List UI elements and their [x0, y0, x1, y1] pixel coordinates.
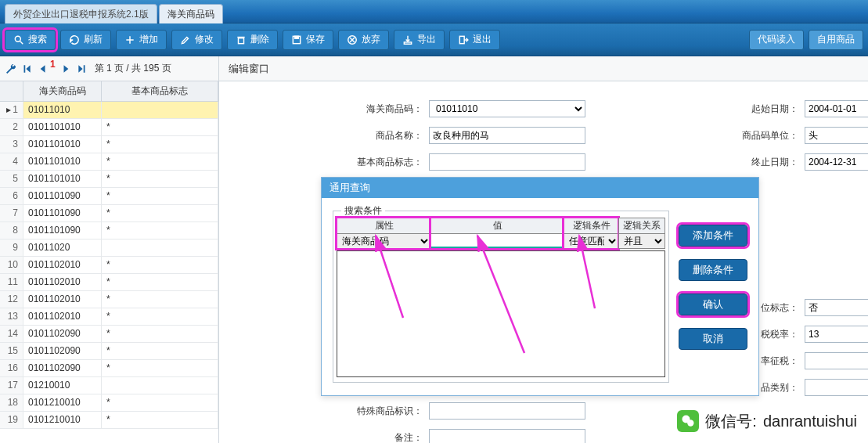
wechat-id: danrantuishui: [763, 412, 857, 430]
pager: 1 第 1 页 / 共 195 页: [0, 56, 219, 81]
table-row[interactable]: 110101102010*: [0, 274, 218, 291]
prev-page-icon[interactable]: [36, 63, 49, 75]
general-query-dialog: 通用查询 搜索条件 属性 海关商品码 值 逻辑条件 任意匹配: [321, 177, 759, 396]
add-condition-button[interactable]: 添加条件: [679, 225, 747, 247]
trash-icon: [236, 34, 247, 45]
table-row[interactable]: 40101101010*: [0, 153, 218, 171]
input-unit[interactable]: [805, 127, 868, 144]
table-row[interactable]: 60101101090*: [0, 188, 218, 205]
own-goods-button[interactable]: 自用商品: [809, 30, 863, 50]
discard-button[interactable]: 放弃: [338, 30, 389, 50]
cancel-icon: [347, 34, 358, 45]
cell-hscode: 0101102090: [23, 343, 102, 359]
row-number: 11: [0, 274, 23, 290]
delete-condition-button[interactable]: 删除条件: [679, 259, 747, 281]
input-start-date[interactable]: [805, 100, 868, 117]
cell-hscode: 01011010: [23, 102, 102, 118]
exit-icon: [458, 34, 469, 45]
input-special[interactable]: [429, 402, 585, 420]
last-page-icon[interactable]: [76, 63, 88, 75]
export-button[interactable]: 导出: [394, 30, 445, 50]
label-rate-levy: 率征税：: [756, 355, 798, 368]
input-tax-rate[interactable]: [805, 326, 868, 343]
row-number: 2: [0, 119, 23, 135]
cell-flag: *: [102, 360, 218, 376]
cond-attr-cell: 属性 海关商品码: [337, 218, 430, 249]
cell-flag: *: [102, 171, 218, 187]
col-hscode[interactable]: 海关商品码: [23, 81, 102, 101]
table-row[interactable]: 901011020: [0, 240, 218, 257]
cell-hscode: 01011020: [23, 240, 102, 256]
search-button[interactable]: 搜索: [5, 30, 56, 50]
input-end-date[interactable]: [805, 153, 868, 171]
input-hscode[interactable]: 01011010: [429, 100, 585, 117]
table-row[interactable]: 100101102010*: [0, 257, 218, 274]
input-cat[interactable]: [805, 379, 868, 396]
cond-logic-rel-select[interactable]: 并且: [619, 234, 665, 248]
cond-value-header: 值: [431, 218, 564, 234]
table-row[interactable]: 1701210010: [0, 377, 218, 394]
input-flag[interactable]: [429, 153, 585, 171]
cell-hscode: 01210010: [23, 377, 102, 394]
next-page-icon[interactable]: [60, 63, 73, 75]
refresh-button[interactable]: 刷新: [60, 30, 111, 50]
svg-point-17: [688, 420, 694, 426]
wrench-icon[interactable]: [5, 63, 17, 75]
cell-hscode: 0101101090: [23, 205, 102, 222]
cell-hscode: 0101101090: [23, 222, 102, 239]
cond-value-input[interactable]: [431, 234, 564, 248]
input-remark[interactable]: [429, 429, 585, 443]
cell-flag: [102, 102, 218, 118]
col-flag[interactable]: 基本商品标志: [102, 81, 218, 101]
table-row[interactable]: 160101102090*: [0, 360, 218, 377]
confirm-button[interactable]: 确认: [679, 294, 747, 315]
cond-logic-cond-select[interactable]: 任意匹配: [564, 234, 618, 248]
input-name[interactable]: [429, 127, 585, 144]
cell-hscode: 0101101010: [23, 119, 102, 135]
label-end-date: 终止日期：: [720, 156, 798, 169]
table-row[interactable]: 120101102010*: [0, 291, 218, 308]
code-import-button[interactable]: 代码读入: [749, 30, 804, 50]
table-row[interactable]: 80101101090*: [0, 222, 218, 240]
wechat-watermark: 微信号: danrantuishui: [677, 410, 857, 432]
cell-flag: *: [102, 222, 218, 239]
cancel-dialog-button[interactable]: 取消: [679, 328, 747, 350]
refresh-icon: [69, 34, 80, 45]
tab-hscode[interactable]: 海关商品码: [159, 4, 223, 23]
add-button[interactable]: 增加: [116, 30, 167, 50]
cell-hscode: 0101101090: [23, 188, 102, 204]
table-row[interactable]: 50101101010*: [0, 171, 218, 188]
cell-flag: [102, 240, 218, 256]
table-row[interactable]: 70101101090*: [0, 205, 218, 222]
label-special: 特殊商品标识：: [344, 405, 423, 418]
table-row[interactable]: 190101210010*: [0, 412, 218, 429]
table-row[interactable]: 180101210010*: [0, 394, 218, 412]
cond-attr-header: 属性: [337, 218, 430, 234]
label-loc-flag: 位标志：: [756, 301, 798, 315]
row-number: 10: [0, 257, 23, 273]
cell-flag: *: [102, 136, 218, 153]
table-row[interactable]: 150101102090*: [0, 343, 218, 360]
label-remark: 备注：: [344, 431, 423, 444]
exit-button[interactable]: 退出: [449, 30, 500, 50]
row-number: 5: [0, 171, 23, 187]
cond-logic-cond-cell: 逻辑条件 任意匹配: [564, 218, 618, 249]
delete-button[interactable]: 删除: [227, 30, 278, 50]
first-page-icon[interactable]: [20, 63, 33, 75]
label-hscode: 海关商品码：: [344, 103, 423, 116]
cond-attr-select[interactable]: 海关商品码: [337, 234, 430, 248]
svg-point-0: [15, 36, 20, 41]
cond-value-cell: 值: [430, 218, 564, 249]
table-row[interactable]: 140101102090*: [0, 326, 218, 343]
table-row[interactable]: 30101101010*: [0, 136, 218, 153]
save-button[interactable]: 保存: [283, 30, 333, 50]
input-loc-flag[interactable]: [805, 299, 868, 316]
row-number: 18: [0, 394, 23, 411]
input-rate-levy[interactable]: [805, 352, 868, 369]
edit-button[interactable]: 修改: [171, 30, 222, 50]
cell-hscode: 0101210010: [23, 394, 102, 411]
table-row[interactable]: 101011010: [0, 102, 218, 119]
table-row[interactable]: 130101102010*: [0, 308, 218, 326]
table-row[interactable]: 20101101010*: [0, 119, 218, 136]
tab-system[interactable]: 外贸企业出口退税申报系统2.1版: [5, 4, 157, 23]
